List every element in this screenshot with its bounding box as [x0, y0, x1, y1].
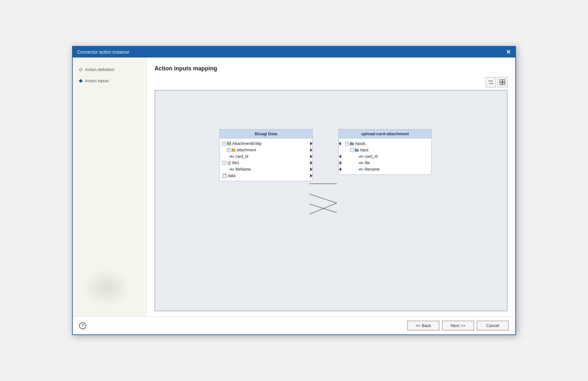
footer-right: << Back Next >> Cancel: [407, 321, 509, 331]
left-arrow: [339, 155, 341, 158]
svg-rect-5: [503, 80, 505, 82]
footer: ? << Back Next >> Cancel: [73, 316, 515, 334]
sidebar-item-action-inputs[interactable]: Action inputs: [79, 78, 140, 83]
svg-line-11: [309, 203, 337, 214]
right-arrow: [310, 148, 313, 152]
folder-icon: [231, 148, 236, 152]
expand-icon[interactable]: −: [350, 148, 354, 152]
footer-left: ?: [79, 322, 86, 329]
right-arrow: [310, 167, 313, 171]
table-row: abc card_id: [220, 153, 312, 160]
row-label: file: [365, 161, 370, 165]
abc-icon: abc: [359, 168, 364, 171]
right-arrow: [310, 174, 313, 178]
abc-icon: abc: [229, 155, 234, 158]
svg-rect-6: [500, 83, 502, 85]
expand-icon[interactable]: +: [227, 148, 231, 152]
upload-table-body: − inputs −: [339, 138, 431, 174]
main-content: Action inputs mapping: [147, 58, 515, 316]
expand-icon[interactable]: −: [345, 142, 349, 146]
row-label: fileName: [235, 167, 251, 172]
abc-icon: abc: [229, 168, 234, 171]
row-label: data: [228, 173, 235, 178]
table-row: + attachment: [220, 147, 312, 153]
toolbar: [154, 77, 508, 87]
bizagi-data-table: Bizagi Data − AttachmentEntity: [219, 129, 313, 181]
expand-icon[interactable]: −: [222, 142, 226, 146]
title-bar: Connector action instance ✕: [73, 47, 515, 58]
row-label: file1: [232, 161, 239, 165]
dialog-title: Connector action instance: [77, 49, 129, 55]
abc-icon: abc: [359, 161, 364, 164]
mapping-canvas: Bizagi Data − AttachmentEntity: [155, 91, 507, 311]
svg-point-13: [229, 143, 230, 144]
table-row: data: [220, 173, 312, 179]
left-arrow: [338, 142, 341, 146]
svg-rect-7: [503, 83, 505, 85]
right-arrow: [310, 142, 313, 146]
table-row: abc card_id: [339, 153, 431, 160]
table-row: − AttachmentEntity: [220, 140, 312, 147]
bizagi-table-body: − AttachmentEntity +: [220, 138, 312, 181]
next-button[interactable]: Next >>: [442, 321, 474, 331]
right-arrow: [310, 161, 313, 165]
table-row: − file1: [220, 160, 312, 166]
table-row: abc file: [339, 160, 431, 166]
svg-marker-1: [492, 80, 493, 82]
dialog: Connector action instance ✕ Action defin…: [72, 46, 516, 335]
bullet-icon: [79, 79, 82, 83]
left-arrow: [339, 167, 341, 171]
svg-line-10: [309, 204, 337, 213]
table-row: abc fileName: [220, 166, 312, 173]
sidebar-item-label: Action inputs: [85, 78, 109, 83]
row-label: card_id: [235, 154, 248, 159]
mapping-icon: [488, 79, 494, 85]
svg-rect-14: [228, 144, 230, 145]
expand-icon[interactable]: −: [222, 161, 226, 165]
right-arrow: [310, 155, 313, 158]
table-row: − input: [339, 147, 431, 153]
svg-rect-4: [500, 80, 502, 82]
clip-icon: [227, 161, 231, 165]
table-row: − inputs: [339, 140, 431, 147]
upload-table: upload-card-attachment − inputs: [338, 129, 432, 175]
connection-lines: [155, 91, 507, 311]
folder-icon: [354, 148, 359, 152]
layout-view-button[interactable]: [497, 77, 508, 87]
cancel-button[interactable]: Cancel: [477, 321, 509, 331]
folder-icon: [350, 141, 354, 146]
row-label: card_id: [365, 154, 377, 159]
sidebar: Action definition Action inputs: [73, 58, 147, 316]
mapping-area: Bizagi Data − AttachmentEntity: [154, 90, 508, 311]
left-arrow: [339, 161, 341, 165]
entity-icon: [227, 141, 231, 146]
close-button[interactable]: ✕: [506, 49, 511, 55]
bullet-icon: [79, 68, 82, 71]
sidebar-item-label: Action definition: [85, 67, 115, 72]
bizagi-table-header: Bizagi Data: [220, 129, 312, 138]
table-row: abc filename: [339, 166, 431, 173]
row-label: attachment: [237, 148, 256, 152]
row-label: AttachmentEntity: [232, 141, 262, 146]
upload-table-header: upload-card-attachment: [339, 129, 431, 138]
page-title: Action inputs mapping: [154, 65, 508, 72]
row-label: filename: [365, 167, 379, 172]
svg-line-9: [309, 194, 337, 203]
sidebar-item-action-definition[interactable]: Action definition: [79, 67, 140, 72]
abc-icon: abc: [359, 155, 364, 158]
back-button[interactable]: << Back: [407, 321, 439, 331]
svg-marker-3: [489, 83, 490, 84]
help-button[interactable]: ?: [79, 322, 86, 329]
file-icon: [222, 173, 227, 178]
dialog-body: Action definition Action inputs Action i…: [73, 58, 515, 316]
row-label: inputs: [355, 141, 365, 146]
layout-icon: [499, 79, 506, 85]
mapping-view-button[interactable]: [486, 77, 496, 87]
row-label: input: [360, 148, 368, 152]
